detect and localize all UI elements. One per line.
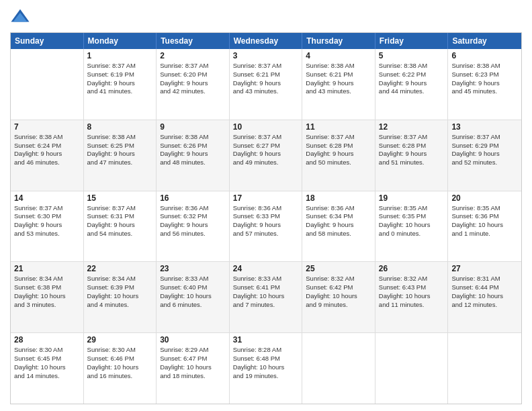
cell-line: and 57 minutes. [233,230,299,238]
cell-line: Daylight: 10 hours [379,292,445,301]
cal-cell-4-4: 24Sunrise: 8:33 AMSunset: 6:41 PMDayligh… [230,262,303,332]
calendar: SundayMondayTuesdayWednesdayThursdayFrid… [10,32,522,404]
cell-line: and 41 minutes. [87,87,153,96]
day-number: 22 [87,264,153,273]
cell-line: Sunrise: 8:38 AM [306,62,371,71]
cell-line: Daylight: 10 hours [233,363,299,372]
cell-line: and 19 minutes. [233,372,299,381]
cell-line: Sunrise: 8:29 AM [160,346,226,355]
day-number: 29 [87,335,153,345]
calendar-body: 1Sunrise: 8:37 AMSunset: 6:19 PMDaylight… [11,49,521,404]
cell-line: Daylight: 9 hours [451,79,518,88]
day-number: 20 [451,193,518,203]
cell-line: Sunset: 6:27 PM [233,142,299,150]
cell-line: Sunrise: 8:37 AM [379,133,445,142]
cell-line: Sunrise: 8:36 AM [160,204,226,213]
cell-line: and 0 minutes. [379,230,445,238]
cell-line: and 42 minutes. [160,87,226,96]
cell-line: Daylight: 9 hours [233,150,299,158]
cell-line: and 3 minutes. [14,301,80,310]
cell-line: Daylight: 9 hours [160,79,226,88]
cal-cell-3-3: 16Sunrise: 8:36 AMSunset: 6:32 PMDayligh… [157,191,230,262]
cell-line: Sunrise: 8:28 AM [233,346,299,355]
cal-cell-4-3: 23Sunrise: 8:33 AMSunset: 6:40 PMDayligh… [157,262,230,332]
cell-line: Sunset: 6:46 PM [87,355,153,363]
cal-cell-1-6: 5Sunrise: 8:38 AMSunset: 6:22 PMDaylight… [375,49,449,120]
cal-cell-2-7: 13Sunrise: 8:37 AMSunset: 6:29 PMDayligh… [448,120,521,191]
cal-cell-2-3: 9Sunrise: 8:38 AMSunset: 6:26 PMDaylight… [157,120,230,191]
header-day-tuesday: Tuesday [157,33,230,49]
day-number: 28 [14,335,80,345]
cal-cell-1-7: 6Sunrise: 8:38 AMSunset: 6:23 PMDaylight… [448,49,521,120]
cal-cell-5-7 [448,333,521,404]
day-number: 31 [233,335,299,345]
cal-cell-3-1: 14Sunrise: 8:37 AMSunset: 6:30 PMDayligh… [11,191,84,262]
day-number: 8 [87,122,153,132]
page: SundayMondayTuesdayWednesdayThursdayFrid… [0,0,532,411]
cal-cell-4-2: 22Sunrise: 8:34 AMSunset: 6:39 PMDayligh… [84,262,157,332]
cell-line: Sunrise: 8:37 AM [233,62,299,71]
day-number: 3 [233,51,299,60]
cell-line: and 58 minutes. [306,230,371,238]
cell-line: and 47 minutes. [87,158,153,167]
day-number: 18 [306,193,371,203]
cell-line: Daylight: 10 hours [379,221,445,230]
cell-line: Daylight: 10 hours [87,292,153,301]
calendar-row-3: 14Sunrise: 8:37 AMSunset: 6:30 PMDayligh… [11,191,521,262]
cell-line: and 4 minutes. [87,301,153,310]
cell-line: and 16 minutes. [87,372,153,381]
day-number: 23 [160,264,226,273]
header-day-sunday: Sunday [11,33,84,49]
cell-line: Sunrise: 8:36 AM [306,204,371,213]
day-number: 30 [160,335,226,345]
day-number: 4 [306,51,371,60]
cell-line: and 43 minutes. [306,87,371,96]
cell-line: Daylight: 10 hours [233,292,299,301]
cal-cell-2-1: 7Sunrise: 8:38 AMSunset: 6:24 PMDaylight… [11,120,84,191]
cell-line: and 54 minutes. [87,230,153,238]
day-number: 10 [233,122,299,132]
cell-line: Sunset: 6:45 PM [14,355,80,363]
cell-line: and 48 minutes. [160,158,226,167]
cell-line: Sunrise: 8:34 AM [87,275,153,283]
cal-cell-5-3: 30Sunrise: 8:29 AMSunset: 6:47 PMDayligh… [157,333,230,404]
cell-line: Sunrise: 8:31 AM [451,275,518,283]
cell-line: Sunrise: 8:37 AM [87,62,153,71]
cell-line: and 18 minutes. [160,372,226,381]
cell-line: Sunset: 6:19 PM [87,71,153,79]
day-number: 26 [379,264,445,273]
cal-cell-3-4: 17Sunrise: 8:36 AMSunset: 6:33 PMDayligh… [230,191,303,262]
cell-line: Sunrise: 8:37 AM [14,204,80,213]
header-day-monday: Monday [84,33,157,49]
cell-line: and 43 minutes. [233,87,299,96]
cell-line: Sunrise: 8:38 AM [160,133,226,142]
header-day-thursday: Thursday [302,33,375,49]
calendar-row-1: 1Sunrise: 8:37 AMSunset: 6:19 PMDaylight… [11,49,521,120]
cell-line: Sunset: 6:24 PM [14,142,80,150]
cell-line: Sunset: 6:28 PM [306,142,371,150]
day-number: 5 [379,51,445,60]
cell-line: Sunrise: 8:37 AM [306,133,371,142]
cell-line: Sunrise: 8:32 AM [379,275,445,283]
cell-line: Sunset: 6:33 PM [233,212,299,221]
cell-line: and 46 minutes. [14,158,80,167]
day-number: 14 [14,193,80,203]
cell-line: Daylight: 10 hours [160,363,226,372]
cal-cell-1-4: 3Sunrise: 8:37 AMSunset: 6:21 PMDaylight… [230,49,303,120]
logo-icon [10,7,30,27]
cell-line: Sunrise: 8:36 AM [233,204,299,213]
cal-cell-3-5: 18Sunrise: 8:36 AMSunset: 6:34 PMDayligh… [302,191,375,262]
day-number: 15 [87,193,153,203]
calendar-row-5: 28Sunrise: 8:30 AMSunset: 6:45 PMDayligh… [11,332,521,404]
cell-line: Daylight: 9 hours [233,79,299,88]
cell-line: Sunset: 6:35 PM [379,212,445,221]
day-number: 12 [379,122,445,132]
cell-line: Sunrise: 8:38 AM [14,133,80,142]
cell-line: Sunset: 6:47 PM [160,355,226,363]
logo [10,7,33,27]
cell-line: and 7 minutes. [233,301,299,310]
cell-line: and 52 minutes. [451,158,518,167]
cell-line: Sunset: 6:26 PM [160,142,226,150]
cal-cell-4-6: 26Sunrise: 8:32 AMSunset: 6:43 PMDayligh… [375,262,449,332]
cell-line: Sunrise: 8:30 AM [87,346,153,355]
